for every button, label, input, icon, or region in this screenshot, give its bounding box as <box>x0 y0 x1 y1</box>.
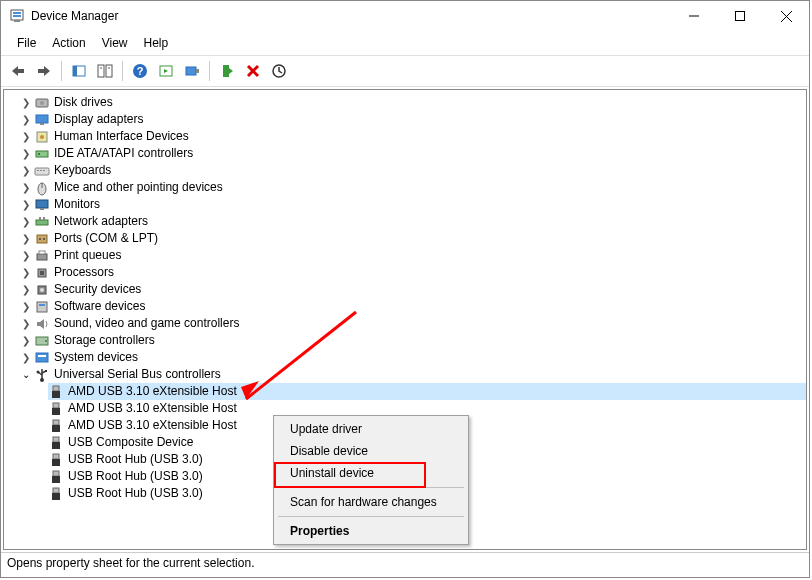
ctx-update-driver[interactable]: Update driver <box>276 418 466 440</box>
separator <box>122 61 123 81</box>
ctx-properties[interactable]: Properties <box>276 520 466 542</box>
help-button[interactable]: ? <box>129 60 151 82</box>
menu-help[interactable]: Help <box>136 33 177 53</box>
svg-rect-19 <box>186 67 196 75</box>
uninstall-device-button[interactable] <box>242 60 264 82</box>
usb-plug-icon <box>48 469 64 485</box>
minimize-button[interactable] <box>671 1 717 31</box>
ide-icon <box>34 146 50 162</box>
menu-action[interactable]: Action <box>44 33 93 53</box>
tree-node[interactable]: ❯Mice and other pointing devices <box>20 179 806 196</box>
tree-node[interactable]: ❯IDE ATA/ATAPI controllers <box>20 145 806 162</box>
expand-arrow-icon[interactable]: ❯ <box>20 230 32 247</box>
ctx-scan-hardware[interactable]: Scan for hardware changes <box>276 491 466 513</box>
cpu-icon <box>34 265 50 281</box>
svg-point-30 <box>40 135 44 139</box>
tree-child-node[interactable]: AMD USB 3.10 eXtensible Host <box>48 383 806 400</box>
tree-label: Display adapters <box>54 111 143 128</box>
tree-node[interactable]: ❯System devices <box>20 349 806 366</box>
display-icon <box>34 112 50 128</box>
tree-node[interactable]: ❯Processors <box>20 264 806 281</box>
svg-rect-3 <box>14 20 20 22</box>
expand-arrow-icon[interactable]: ❯ <box>20 162 32 179</box>
svg-rect-1 <box>13 12 21 14</box>
back-button[interactable] <box>7 60 29 82</box>
expand-arrow-icon[interactable]: ❯ <box>20 94 32 111</box>
svg-rect-47 <box>37 254 47 260</box>
svg-point-26 <box>40 101 44 105</box>
ctx-disable-device[interactable]: Disable device <box>276 440 466 462</box>
expand-arrow-icon[interactable]: ❯ <box>20 264 32 281</box>
status-bar: Opens property sheet for the current sel… <box>1 552 809 577</box>
enable-device-button[interactable] <box>216 60 238 82</box>
properties-button[interactable] <box>94 60 116 82</box>
usb-plug-icon <box>48 384 64 400</box>
tree-node[interactable]: ❯Security devices <box>20 281 806 298</box>
expand-arrow-icon[interactable]: ❯ <box>20 332 32 349</box>
expand-arrow-icon[interactable]: ❯ <box>20 145 32 162</box>
expand-arrow-icon[interactable]: ❯ <box>20 196 32 213</box>
collapse-arrow-icon[interactable]: ⌄ <box>20 366 32 383</box>
expand-arrow-icon[interactable]: ❯ <box>20 179 32 196</box>
tree-label: Monitors <box>54 196 100 213</box>
expand-arrow-icon[interactable]: ❯ <box>20 298 32 315</box>
context-menu: Update driver Disable device Uninstall d… <box>273 415 469 545</box>
svg-point-62 <box>37 370 40 373</box>
svg-rect-75 <box>53 471 59 476</box>
show-hide-tree-button[interactable] <box>68 60 90 82</box>
tree-label: Universal Serial Bus controllers <box>54 366 221 383</box>
tree-label: USB Root Hub (USB 3.0) <box>68 468 203 485</box>
menu-view[interactable]: View <box>94 33 136 53</box>
tree-node[interactable]: ❯Sound, video and game controllers <box>20 315 806 332</box>
expand-arrow-icon[interactable]: ❯ <box>20 315 32 332</box>
scan-hardware-button[interactable] <box>181 60 203 82</box>
tree-node[interactable]: ❯Monitors <box>20 196 806 213</box>
tree-node-expanded[interactable]: ⌄Universal Serial Bus controllers <box>20 366 806 383</box>
usb-plug-icon <box>48 452 64 468</box>
svg-rect-13 <box>106 65 112 77</box>
svg-rect-74 <box>52 459 60 466</box>
svg-rect-33 <box>35 168 49 175</box>
svg-point-52 <box>40 288 44 292</box>
tree-node[interactable]: ❯Network adapters <box>20 213 806 230</box>
svg-rect-5 <box>736 12 745 21</box>
svg-point-56 <box>45 340 47 342</box>
expand-arrow-icon[interactable]: ❯ <box>20 213 32 230</box>
expand-arrow-icon[interactable]: ❯ <box>20 281 32 298</box>
tree-node[interactable]: ❯Print queues <box>20 247 806 264</box>
svg-rect-43 <box>43 217 45 220</box>
svg-rect-78 <box>52 493 60 500</box>
window-buttons <box>671 1 809 31</box>
tree-node[interactable]: ❯Storage controllers <box>20 332 806 349</box>
update-driver-button[interactable] <box>155 60 177 82</box>
ctx-uninstall-device[interactable]: Uninstall device <box>276 462 466 484</box>
expand-arrow-icon[interactable]: ❯ <box>20 111 32 128</box>
expand-arrow-icon[interactable]: ❯ <box>20 247 32 264</box>
menu-file[interactable]: File <box>9 33 44 53</box>
forward-button[interactable] <box>33 60 55 82</box>
svg-rect-73 <box>53 454 59 459</box>
close-button[interactable] <box>763 1 809 31</box>
svg-rect-67 <box>53 403 59 408</box>
tree-node[interactable]: ❯Keyboards <box>20 162 806 179</box>
device-manager-window: Device Manager File Action View Help ? ❯… <box>0 0 810 578</box>
maximize-button[interactable] <box>717 1 763 31</box>
titlebar: Device Manager <box>1 1 809 31</box>
tree-node[interactable]: ❯Disk drives <box>20 94 806 111</box>
svg-rect-42 <box>39 217 41 220</box>
tree-node[interactable]: ❯Human Interface Devices <box>20 128 806 145</box>
hid-icon <box>34 129 50 145</box>
scan-changes-button[interactable] <box>268 60 290 82</box>
menubar: File Action View Help <box>1 31 809 55</box>
tree-node[interactable]: ❯Ports (COM & LPT) <box>20 230 806 247</box>
tree-label: Network adapters <box>54 213 148 230</box>
svg-rect-28 <box>40 123 44 125</box>
svg-rect-50 <box>40 271 44 275</box>
tree-node[interactable]: ❯Software devices <box>20 298 806 315</box>
app-icon <box>9 8 25 24</box>
svg-rect-69 <box>53 420 59 425</box>
tree-node[interactable]: ❯Display adapters <box>20 111 806 128</box>
expand-arrow-icon[interactable]: ❯ <box>20 349 32 366</box>
expand-arrow-icon[interactable]: ❯ <box>20 128 32 145</box>
tree-label: USB Root Hub (USB 3.0) <box>68 485 203 502</box>
